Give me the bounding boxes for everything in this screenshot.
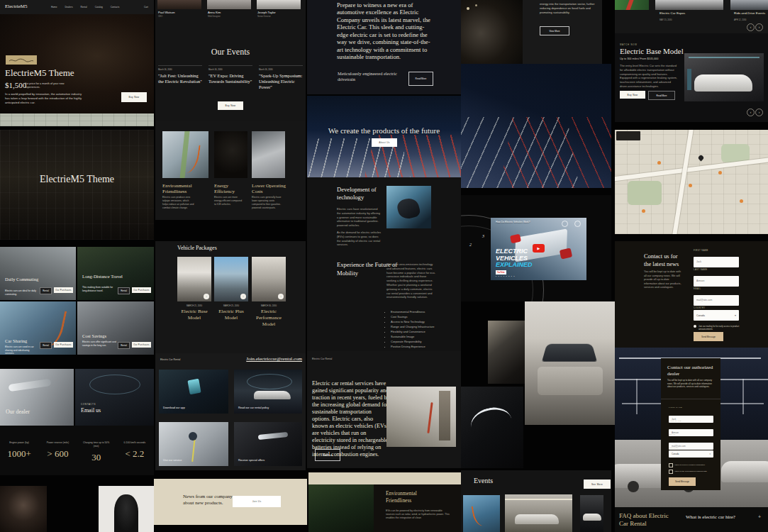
- charger-handle-accent: [396, 196, 421, 221]
- app-card-download[interactable]: Download our app: [159, 370, 228, 414]
- rental-email-link[interactable]: Join.electriccar@rental.com: [246, 356, 302, 362]
- nav-catalog[interactable]: Catalog: [95, 6, 103, 9]
- first-name-input[interactable]: [694, 257, 739, 267]
- email-us-title: Email us: [81, 407, 101, 414]
- experience-bullets: Environmental Friendliness Cost Savings …: [386, 309, 440, 349]
- map-marker-dot[interactable]: [689, 184, 692, 187]
- view-more-button[interactable]: View More: [540, 26, 569, 35]
- map-marker-dot[interactable]: [642, 209, 645, 213]
- exclusive-info-checkbox-row[interactable]: I agree to receive exclusive information: [669, 463, 716, 467]
- package-arrow-button[interactable]: ↓: [240, 294, 246, 299]
- checkbox-icon[interactable]: [669, 463, 673, 467]
- prepare-body: Prepare to witness a new era of automoti…: [337, 1, 433, 61]
- event-thumb-charging[interactable]: [463, 495, 500, 532]
- package-title[interactable]: Electric Performance Model: [252, 309, 286, 327]
- team-photo: [157, 0, 201, 9]
- package-arrow-button[interactable]: ↓: [204, 294, 209, 299]
- last-name-input[interactable]: [694, 276, 739, 287]
- map-marker-dot[interactable]: [740, 199, 743, 203]
- send-message-button[interactable]: Send Message: [669, 477, 696, 486]
- black-car-photo: [461, 0, 523, 64]
- stat-power-reserve: Power reserve (mile) > 600: [38, 426, 77, 475]
- building-panel: ElectrieM5 Theme: [0, 130, 154, 240]
- base-model-read-button[interactable]: Read More: [648, 91, 675, 100]
- map-info-box[interactable]: [616, 131, 640, 140]
- about-us-button[interactable]: About Us: [372, 138, 397, 147]
- app-card-offers[interactable]: Receive special offers: [234, 422, 302, 466]
- base-model-buy-button[interactable]: Buy Now: [620, 91, 645, 99]
- red-accent: [625, 0, 633, 10]
- email-us-card[interactable]: CONTACTS Email us: [75, 369, 154, 426]
- team-member-name: Anna Kim: [208, 11, 221, 14]
- event-thumb-garage[interactable]: [505, 494, 572, 532]
- mailing-list-checkbox-row[interactable]: Join our mailing list for early access t…: [694, 325, 742, 331]
- app-card-policy[interactable]: Read our car rental policy: [234, 370, 302, 414]
- our-purchases-button[interactable]: Our Purchases: [132, 287, 151, 293]
- last-name-label: LAST NAME: [669, 420, 681, 422]
- see-more-button[interactable]: See More: [584, 480, 611, 489]
- event-column: March 16, 2030 "Spark-Up Symposium: Unle…: [259, 65, 303, 90]
- map-marker-dot[interactable]: [718, 171, 722, 174]
- our-purchases-button[interactable]: Our Purchases: [54, 342, 73, 348]
- base-model-panel: WATCH NOW Electric Base Model Up to 300 …: [615, 33, 768, 122]
- rental-button[interactable]: Rental: [118, 287, 130, 294]
- video-more-icon[interactable]: [574, 221, 581, 227]
- nav-home[interactable]: Home: [51, 6, 57, 9]
- app-card-service[interactable]: Use our service: [159, 422, 228, 466]
- faq-question[interactable]: What is electric car hire?: [686, 514, 735, 520]
- carousel-prev-button[interactable]: ‹: [747, 109, 755, 116]
- event-thumb-dark-garage[interactable]: [580, 495, 603, 532]
- checkbox-icon[interactable]: [669, 470, 673, 474]
- bullet-item: Range and Charging Infrastructure: [391, 324, 440, 329]
- package-photo-plus: ↓: [214, 257, 248, 301]
- map-panel[interactable]: [615, 130, 768, 234]
- headlight-accent: [9, 379, 52, 392]
- our-dealer-card[interactable]: Our dealer: [0, 369, 74, 426]
- event-date: March 16, 2030: [208, 68, 252, 71]
- send-message-button[interactable]: Send Message: [694, 332, 723, 341]
- package-title[interactable]: Electric Base Model: [177, 309, 211, 321]
- taillight-accent: [427, 402, 433, 433]
- expo-card-title[interactable]: Electric Car Expos: [660, 11, 685, 15]
- cart-button[interactable]: Cart: [144, 6, 148, 9]
- faq-expand-button[interactable]: +: [758, 514, 761, 519]
- vehicle-packages-panel: Vehicle Packages ↓ ↓ ↓ MARCH 21, 2030 El…: [155, 241, 306, 353]
- carousel-prev-button[interactable]: ‹: [747, 23, 755, 31]
- headlight-closeup-photo: [461, 387, 523, 468]
- nav-rental[interactable]: Rental: [81, 6, 87, 9]
- carousel-next-button[interactable]: ›: [755, 109, 763, 116]
- rent-now-button[interactable]: Rent Now: [315, 449, 340, 461]
- video-share-icon[interactable]: [562, 221, 568, 227]
- carousel-next-button[interactable]: ›: [755, 23, 763, 31]
- main-nav: Home Dealers Rental Catalog Contacts: [51, 6, 119, 9]
- feature-body: Electric cars are more energy-efficient …: [214, 196, 244, 206]
- personal-data-checkbox-row[interactable]: I agree to the processing of personal da…: [669, 470, 716, 474]
- youtube-badge[interactable]: YouTube: [496, 270, 506, 275]
- package-title[interactable]: Electric Plus Model: [214, 309, 248, 321]
- expo-card-title[interactable]: Ride-and-Drive Events: [734, 11, 765, 15]
- youtube-play-button[interactable]: ▶: [533, 244, 545, 253]
- caret-down-icon: ▾: [709, 453, 711, 455]
- rental-button[interactable]: Rental: [40, 342, 52, 349]
- email-input[interactable]: [694, 295, 739, 306]
- rental-button[interactable]: Rental: [118, 342, 130, 349]
- map-marker-dot[interactable]: [657, 161, 661, 165]
- youtube-video-embed[interactable]: How Do Electric Vehicles Work? ▶ ELECTRI…: [491, 218, 586, 280]
- checkbox-icon[interactable]: [694, 325, 696, 328]
- rental-button[interactable]: Rental: [40, 287, 52, 294]
- nav-dealers[interactable]: Dealers: [65, 6, 73, 9]
- events-buy-button[interactable]: Buy Now: [218, 101, 243, 110]
- hero-buy-button[interactable]: Buy Now: [121, 92, 147, 102]
- feature-title: Lower Operating Costs: [252, 183, 287, 195]
- country-select[interactable]: Canada ▾: [669, 450, 713, 458]
- caption-line: EXPLAINED: [496, 262, 533, 268]
- package-photo-base: ↓: [177, 257, 211, 301]
- join-us-button[interactable]: Join Us: [233, 496, 281, 507]
- package-arrow-button[interactable]: ↓: [278, 294, 284, 299]
- nav-contacts[interactable]: Contacts: [111, 6, 120, 9]
- our-purchases-button[interactable]: Our Purchases: [132, 342, 151, 348]
- watch-now-eyebrow: WATCH NOW: [620, 43, 638, 46]
- country-select[interactable]: Canada ▾: [694, 310, 739, 321]
- prepare-read-more-button[interactable]: Read More: [408, 72, 433, 86]
- our-purchases-button[interactable]: Our Purchases: [54, 287, 73, 293]
